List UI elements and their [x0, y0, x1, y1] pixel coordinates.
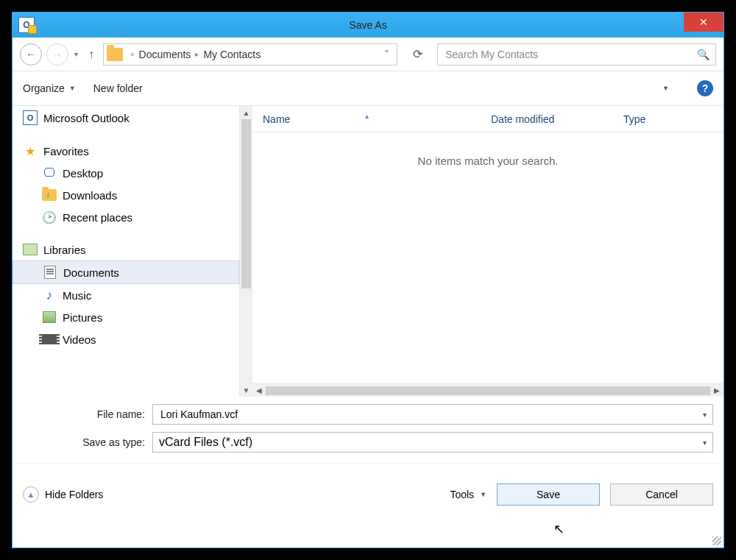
- recent-icon: 🕑: [42, 210, 57, 224]
- body-panes: O Microsoft Outlook ★ Favorites 🖵 Deskto…: [13, 105, 723, 397]
- sidebar-item-outlook[interactable]: O Microsoft Outlook: [13, 106, 239, 130]
- hide-folders-label: Hide Folders: [45, 489, 103, 500]
- save-as-type-field[interactable]: vCard Files (*.vcf) ▾: [152, 432, 713, 453]
- cancel-button[interactable]: Cancel: [610, 483, 713, 506]
- sidebar-item-label: Microsoft Outlook: [43, 112, 130, 124]
- pictures-icon: [43, 311, 56, 323]
- chevron-down-icon: ▼: [69, 85, 76, 92]
- form-area: File name: ▾ Save as type: vCard Files (…: [13, 397, 723, 463]
- outlook-icon: O: [18, 17, 35, 33]
- sidebar-item-favorites[interactable]: ★ Favorites: [13, 140, 239, 162]
- sidebar-item-label: Downloads: [63, 189, 117, 202]
- column-label: Date modified: [491, 113, 554, 125]
- folder-icon: [107, 48, 123, 61]
- sidebar-item-label: Music: [63, 289, 91, 302]
- scroll-up-icon[interactable]: ▲: [240, 106, 252, 119]
- nav-forward-button[interactable]: →: [46, 43, 68, 65]
- search-box[interactable]: 🔍: [437, 43, 716, 65]
- filename-dropdown[interactable]: ▾: [698, 411, 707, 419]
- scroll-right-icon[interactable]: ▶: [710, 386, 723, 394]
- filename-field[interactable]: ▾: [152, 404, 713, 425]
- chevron-down-icon: ▼: [662, 85, 669, 92]
- scroll-left-icon[interactable]: ◀: [252, 386, 266, 394]
- sidebar-scrollbar[interactable]: ▲ ▼: [239, 106, 252, 397]
- downloads-icon: [42, 189, 57, 201]
- command-toolbar: Organize ▼ New folder ▼ ?: [13, 71, 723, 105]
- breadcrumb-dropdown[interactable]: ˅: [380, 49, 394, 60]
- search-input[interactable]: [444, 48, 697, 61]
- titlebar: O Save As ✕: [13, 13, 723, 38]
- tools-menu[interactable]: Tools ▼: [450, 489, 486, 500]
- organize-menu[interactable]: Organize ▼: [23, 82, 76, 94]
- help-icon: ?: [702, 82, 709, 94]
- videos-icon: [42, 334, 57, 344]
- scroll-thumb[interactable]: [241, 119, 251, 288]
- empty-list-message: No items match your search.: [252, 132, 723, 189]
- file-list-pane: ▴ Name Date modified Type No items match…: [252, 106, 723, 397]
- cursor-icon: ↖: [553, 521, 565, 537]
- sidebar-item-music[interactable]: ♪ Music: [13, 284, 239, 306]
- nav-sidebar: O Microsoft Outlook ★ Favorites 🖵 Deskto…: [13, 106, 239, 397]
- sidebar-item-label: Recent places: [63, 211, 132, 224]
- new-folder-label: New folder: [93, 82, 143, 94]
- breadcrumb-part[interactable]: My Contacts: [203, 49, 261, 60]
- sidebar-item-label: Desktop: [63, 167, 103, 180]
- chevron-left-icon: «: [127, 50, 138, 58]
- sidebar-item-label: Favorites: [43, 145, 89, 157]
- scroll-thumb[interactable]: [266, 386, 710, 395]
- sidebar-item-libraries[interactable]: Libraries: [13, 238, 239, 260]
- document-icon: [44, 266, 56, 279]
- window-title: Save As: [349, 19, 386, 31]
- save-as-type-label: Save as type:: [23, 436, 152, 448]
- arrow-left-icon: ←: [26, 49, 36, 60]
- close-button[interactable]: ✕: [684, 13, 723, 32]
- new-folder-button[interactable]: New folder: [93, 82, 143, 94]
- save-as-dialog: O Save As ✕ ← → ▾ ↑ « Documents ▸ My Con…: [12, 12, 724, 548]
- column-headers: ▴ Name Date modified Type: [252, 106, 723, 132]
- sidebar-item-label: Documents: [63, 266, 119, 279]
- column-type[interactable]: Type: [613, 113, 672, 125]
- nav-up-button[interactable]: ↑: [84, 48, 99, 61]
- star-icon: ★: [23, 144, 38, 157]
- filename-input[interactable]: [159, 408, 698, 421]
- breadcrumb-part[interactable]: Documents: [139, 49, 191, 60]
- view-details-icon: [648, 84, 658, 93]
- cancel-label: Cancel: [645, 489, 678, 500]
- arrow-right-icon: →: [52, 49, 63, 60]
- sidebar-item-recent[interactable]: 🕑 Recent places: [13, 206, 239, 228]
- save-button[interactable]: Save: [497, 483, 600, 506]
- sidebar-item-desktop[interactable]: 🖵 Desktop: [13, 162, 239, 184]
- nav-back-button[interactable]: ←: [20, 43, 42, 65]
- music-icon: ♪: [42, 288, 57, 302]
- filename-label: File name:: [23, 408, 152, 420]
- nav-history-dropdown[interactable]: ▾: [73, 50, 79, 58]
- column-date-modified[interactable]: Date modified: [481, 113, 613, 125]
- save-label: Save: [537, 489, 560, 500]
- resize-grip[interactable]: [712, 536, 721, 545]
- save-as-type-dropdown[interactable]: ▾: [698, 439, 707, 447]
- close-icon: ✕: [699, 16, 708, 28]
- chevron-right-icon: ▸: [192, 50, 202, 58]
- view-options-button[interactable]: ▼: [648, 84, 669, 93]
- breadcrumb-bar[interactable]: « Documents ▸ My Contacts ˅: [103, 43, 397, 65]
- nav-toolbar: ← → ▾ ↑ « Documents ▸ My Contacts ˅ ⟳ 🔍: [13, 38, 723, 71]
- sidebar-item-label: Videos: [63, 333, 96, 346]
- chevron-down-icon: ▼: [480, 491, 486, 498]
- help-button[interactable]: ?: [697, 80, 713, 96]
- outlook-icon: O: [23, 110, 38, 125]
- file-h-scrollbar[interactable]: ◀ ▶: [252, 383, 723, 397]
- refresh-button[interactable]: ⟳: [406, 43, 428, 65]
- sidebar-item-videos[interactable]: Videos: [13, 328, 239, 350]
- sidebar-item-label: Libraries: [43, 244, 86, 256]
- hide-folders-toggle[interactable]: ▲ Hide Folders: [23, 486, 103, 503]
- desktop-icon: 🖵: [42, 166, 57, 180]
- sidebar-item-downloads[interactable]: Downloads: [13, 184, 239, 206]
- sidebar-item-pictures[interactable]: Pictures: [13, 306, 239, 328]
- column-label: Name: [263, 113, 290, 125]
- sidebar-item-documents[interactable]: Documents: [13, 260, 239, 284]
- scroll-down-icon[interactable]: ▼: [240, 383, 252, 397]
- column-name[interactable]: ▴ Name: [252, 113, 481, 125]
- sort-asc-icon: ▴: [365, 112, 369, 120]
- organize-label: Organize: [23, 82, 65, 94]
- tools-label: Tools: [450, 489, 474, 500]
